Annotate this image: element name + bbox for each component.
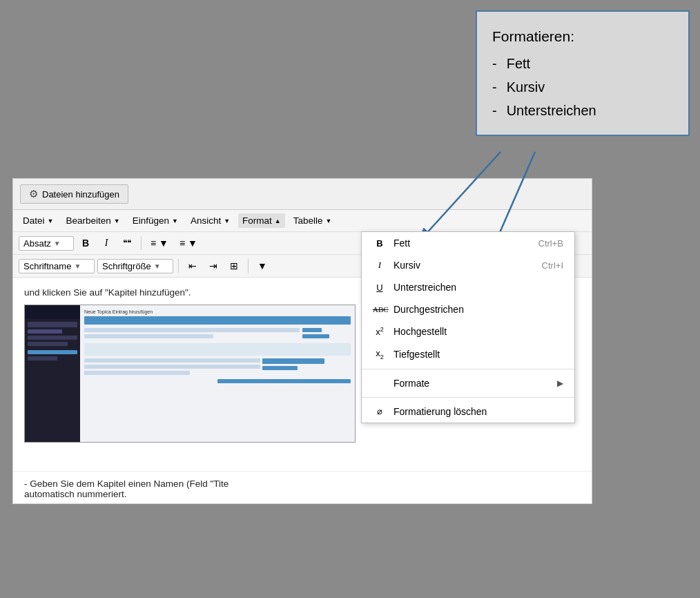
menu-tabelle-label: Tabelle [293, 215, 323, 226]
bold-button[interactable]: B [77, 235, 95, 251]
annotation-item-1: - Fett [492, 52, 673, 75]
menu-format-label: Format [242, 215, 272, 226]
menu-ansicht[interactable]: Ansicht ▼ [186, 213, 234, 228]
dropdown-item-formate[interactable]: Formate ▶ [362, 372, 574, 394]
annotation-item-2: - Kursiv [492, 75, 673, 99]
outdent-button[interactable]: ⇥ [204, 258, 222, 274]
dropdown-item-clear-format[interactable]: ⌀ Formatierung löschen [362, 401, 574, 423]
table-button[interactable]: ⊞ [225, 258, 243, 274]
annotation-box: Formatieren: - Fett - Kursiv - Unterstre… [476, 10, 690, 136]
dropdown-separator-1 [362, 369, 574, 369]
annotation-item-3: - Unterstreichen [492, 99, 673, 122]
annotation-kursiv: Kursiv [507, 75, 545, 99]
dropdown-tiefgestellt-label: Tiefgestellt [393, 349, 556, 360]
dropdown-fett-shortcut: Ctrl+B [538, 238, 563, 249]
dropdown-item-hochgestellt[interactable]: x2 Hochgestellt [362, 320, 574, 343]
more-button[interactable]: ▼ [253, 258, 271, 274]
menu-ansicht-label: Ansicht [191, 215, 221, 226]
menu-datei-label: Datei [23, 215, 45, 226]
menu-datei[interactable]: Datei ▼ [19, 213, 57, 228]
format-dropdown-menu: B Fett Ctrl+B I Kursiv Ctrl+I U Unterstr… [361, 231, 575, 423]
add-files-icon: ⚙ [29, 188, 38, 200]
size-select-value: Schriftgröße [102, 261, 151, 271]
menu-einfuegen-label: Einfügen [133, 215, 169, 226]
menu-format-arrow: ▲ [275, 218, 281, 224]
dropdown-fett-label: Fett [393, 238, 532, 249]
font-select-value: Schriftname [23, 261, 71, 271]
bottom-text-2: automatisch nummeriert. [24, 489, 581, 499]
style-select-value: Absatz [23, 238, 51, 249]
menu-einfuegen-arrow: ▼ [172, 218, 178, 224]
dropdown-item-fett[interactable]: B Fett Ctrl+B [362, 232, 574, 254]
add-files-label: Dateien hinzufügen [42, 189, 119, 200]
menu-bearbeiten-label: Bearbeiten [66, 215, 110, 226]
menu-format[interactable]: Format ▲ [238, 213, 285, 228]
menu-datei-arrow: ▼ [48, 218, 54, 224]
clear-format-icon: ⌀ [373, 406, 387, 416]
menu-einfuegen[interactable]: Einfügen ▼ [128, 213, 182, 228]
dropdown-item-durchgestrichen[interactable]: ABC Durchgestrichen [362, 298, 574, 320]
dropdown-item-tiefgestellt[interactable]: x2 Tiefgestellt [362, 343, 574, 366]
bold-icon: B [373, 238, 387, 249]
italic-icon: I [373, 260, 387, 271]
style-select[interactable]: Absatz ▼ [19, 236, 74, 251]
dropdown-separator-2 [362, 397, 574, 398]
size-select[interactable]: Schriftgröße ▼ [97, 259, 173, 273]
screenshot-sidebar [25, 305, 80, 442]
strikethrough-icon: ABC [373, 305, 387, 314]
menu-bar: Datei ▼ Bearbeiten ▼ Einfügen ▼ Ansicht … [13, 210, 592, 232]
font-select[interactable]: Schriftname ▼ [19, 259, 95, 273]
toolbar-divider-2 [178, 259, 179, 273]
style-select-arrow: ▼ [54, 240, 61, 247]
annotation-fett: Fett [507, 52, 530, 75]
dropdown-kursiv-shortcut: Ctrl+I [542, 260, 563, 271]
dropdown-item-kursiv[interactable]: I Kursiv Ctrl+I [362, 254, 574, 276]
add-files-button[interactable]: ⚙ Dateien hinzufügen [20, 184, 128, 204]
screenshot-image: Neue Topica Eintrag hinzufügen [24, 305, 356, 443]
screenshot-main: Neue Topica Eintrag hinzufügen [80, 305, 355, 442]
top-bar: ⚙ Dateien hinzufügen [13, 179, 592, 210]
menu-ansicht-arrow: ▼ [224, 218, 230, 224]
dropdown-item-unterstreichen[interactable]: U Unterstreichen [362, 276, 574, 298]
quote-button[interactable]: ❝❝ [118, 235, 136, 251]
superscript-icon: x2 [373, 326, 387, 337]
dropdown-clear-format-label: Formatierung löschen [393, 406, 556, 417]
dropdown-kursiv-label: Kursiv [393, 260, 535, 271]
menu-tabelle[interactable]: Tabelle ▼ [289, 213, 336, 228]
dropdown-formate-label: Formate [393, 378, 550, 389]
dropdown-hochgestellt-label: Hochgestellt [393, 326, 556, 337]
menu-bearbeiten[interactable]: Bearbeiten ▼ [61, 213, 124, 228]
ordered-list-button[interactable]: ≡ ▼ [175, 235, 202, 251]
menu-tabelle-arrow: ▼ [326, 218, 332, 224]
annotation-unterstreichen: Unterstreichen [507, 99, 596, 122]
italic-button[interactable]: I [97, 235, 115, 251]
dropdown-unterstreichen-label: Unterstreichen [393, 282, 556, 293]
menu-bearbeiten-arrow: ▼ [114, 218, 120, 224]
annotation-title: Formatieren: [492, 24, 673, 49]
size-select-arrow: ▼ [154, 262, 161, 270]
indent-button[interactable]: ⇤ [184, 258, 202, 274]
bottom-text-1: - Geben Sie dem Kapitel einen Namen (Fel… [24, 479, 581, 489]
font-select-arrow: ▼ [74, 262, 81, 270]
bottom-text: - Geben Sie dem Kapitel einen Namen (Fel… [13, 471, 592, 503]
formate-submenu-arrow: ▶ [557, 378, 563, 388]
toolbar-divider-1 [141, 236, 142, 250]
dropdown-durchgestrichen-label: Durchgestrichen [393, 304, 556, 315]
subscript-icon: x2 [373, 348, 387, 360]
list-button[interactable]: ≡ ▼ [146, 235, 173, 251]
toolbar-divider-3 [248, 259, 249, 273]
underline-icon: U [373, 282, 387, 293]
